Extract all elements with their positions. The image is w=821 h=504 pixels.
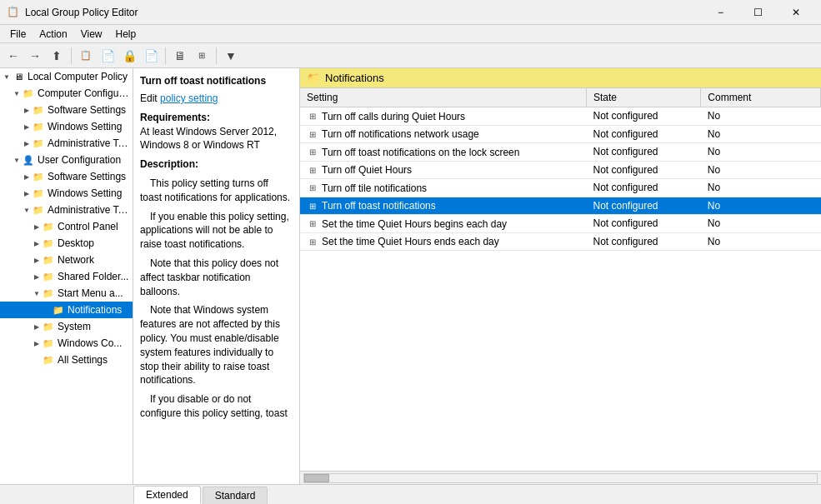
tree-label-computer-config: Computer Configura... (38, 87, 129, 99)
requirements-label: Requirements: At least Windows Server 20… (140, 111, 293, 152)
tree-expander-shared-folders: ▶ (32, 272, 42, 282)
toolbar-forward[interactable]: → (25, 46, 45, 66)
app-icon: 📋 (7, 6, 20, 19)
tree-node-admin-templates-2[interactable]: ▼📁Administrative Te... (0, 202, 133, 218)
tree-node-control-panel[interactable]: ▶📁Control Panel (0, 218, 133, 235)
tree-label-admin-templates-1: Administrative Te... (48, 137, 129, 149)
toolbar-sep-1 (71, 47, 72, 64)
tree-expander-system: ▶ (32, 322, 42, 332)
tree-icon-admin-templates-1: 📁 (32, 137, 45, 150)
table-row[interactable]: ⊞Set the time Quiet Hours begins each da… (300, 215, 821, 233)
title-bar: 📋 Local Group Policy Editor − ☐ ✕ (0, 0, 821, 25)
policy-icon-5: ⊞ (307, 182, 318, 194)
tree-node-windows-components[interactable]: ▶📁Windows Co... (0, 335, 133, 352)
table-row[interactable]: ⊞Turn off notifications network usageNot… (300, 125, 821, 143)
menu-action[interactable]: Action (33, 27, 73, 42)
policy-icon-8: ⊞ (307, 236, 318, 247)
tab-standard[interactable]: Standard (203, 487, 268, 504)
table-row[interactable]: ⊞Turn off toast notifications on the loc… (300, 143, 821, 162)
column-setting[interactable]: Setting (300, 88, 586, 107)
toolbar-filter[interactable]: ▼ (221, 46, 241, 66)
toolbar-customize[interactable]: ⊞ (192, 46, 212, 66)
tree-node-windows-setting-1[interactable]: ▶📁Windows Setting (0, 118, 133, 135)
tree-expander-admin-templates-1: ▶ (22, 138, 32, 148)
tree-node-windows-setting-2[interactable]: ▶📁Windows Setting (0, 185, 133, 202)
tree-node-software-settings-2[interactable]: ▶📁Software Settings (0, 168, 133, 185)
folder-header: 📁 Notifications (300, 68, 821, 88)
desc-text-2: If you enable this policy setting, appli… (140, 210, 293, 252)
menu-view[interactable]: View (74, 27, 109, 42)
table-header-row: Setting State Comment (300, 88, 821, 107)
policy-setting-link[interactable]: policy setting (160, 92, 218, 104)
tree-node-admin-templates-1[interactable]: ▶📁Administrative Te... (0, 135, 133, 152)
title-bar-controls: − ☐ ✕ (702, 0, 814, 25)
tree-label-admin-templates-2: Administrative Te... (48, 204, 129, 216)
toolbar-back[interactable]: ← (3, 46, 23, 66)
tree-node-user-config[interactable]: ▼👤User Configuration (0, 152, 133, 168)
grid-panel: 📁 Notifications Setting State (300, 68, 821, 484)
horizontal-scrollbar[interactable] (300, 471, 821, 484)
close-button[interactable]: ✕ (777, 0, 814, 25)
cell-comment-1: No (701, 107, 821, 126)
tree-expander-notifications (42, 305, 52, 315)
table-row[interactable]: ⊞Turn off Quiet HoursNot configuredNo (300, 161, 821, 179)
tree-icon-network: 📁 (42, 253, 55, 267)
toolbar-views[interactable]: 🖥 (170, 46, 190, 66)
tree-node-notifications[interactable]: 📁Notifications (0, 302, 133, 318)
cell-state-8: Not configured (586, 232, 700, 251)
cell-setting-2: ⊞Turn off notifications network usage (300, 125, 586, 143)
cell-comment-2: No (701, 125, 821, 143)
column-comment[interactable]: Comment (701, 88, 821, 107)
tree-label-start-menu: Start Menu a... (58, 287, 123, 299)
tree-node-desktop[interactable]: ▶📁Desktop (0, 235, 133, 252)
tree-panel: ▼🖥Local Computer Policy▼📁Computer Config… (0, 68, 133, 484)
tree-node-computer-config[interactable]: ▼📁Computer Configura... (0, 85, 133, 102)
cell-setting-1: ⊞Turn off calls during Quiet Hours (300, 107, 586, 126)
toolbar-show-hide[interactable]: 📋 (76, 46, 96, 66)
main-layout: ▼🖥Local Computer Policy▼📁Computer Config… (0, 68, 821, 504)
tree-label-control-panel: Control Panel (58, 221, 118, 232)
cell-comment-7: No (701, 215, 821, 233)
tree-node-shared-folders[interactable]: ▶📁Shared Folder... (0, 268, 133, 285)
tree-label-system: System (58, 321, 91, 332)
tree-node-all-settings[interactable]: 📁All Settings (0, 352, 133, 368)
toolbar-up[interactable]: ⬆ (47, 46, 67, 66)
menu-file[interactable]: File (3, 27, 33, 42)
tab-extended[interactable]: Extended (133, 486, 201, 504)
tree-node-local-computer-policy[interactable]: ▼🖥Local Computer Policy (0, 68, 133, 85)
tree-node-start-menu[interactable]: ▼📁Start Menu a... (0, 285, 133, 302)
toolbar-sep-2 (165, 47, 166, 64)
table-row[interactable]: ⊞Turn off calls during Quiet HoursNot co… (300, 107, 821, 126)
cell-setting-7: ⊞Set the time Quiet Hours begins each da… (300, 215, 586, 233)
policy-icon-6: ⊞ (307, 200, 318, 212)
toolbar-properties[interactable]: 🔒 (119, 46, 139, 66)
policy-icon-7: ⊞ (307, 218, 318, 230)
desc-text-3: Note that this policy does not affect ta… (140, 257, 293, 298)
minimize-button[interactable]: − (702, 0, 739, 25)
table-row[interactable]: ⊞Set the time Quiet Hours ends each dayN… (300, 232, 821, 251)
cell-comment-8: No (701, 232, 821, 251)
menu-help[interactable]: Help (109, 27, 143, 42)
tree-expander-computer-config: ▼ (12, 88, 22, 98)
tree-node-network[interactable]: ▶📁Network (0, 252, 133, 268)
policy-icon-4: ⊞ (307, 164, 318, 176)
tabs-bar: ExtendedStandard (0, 484, 821, 504)
tree-label-network: Network (58, 254, 94, 266)
tree-node-system[interactable]: ▶📁System (0, 318, 133, 335)
cell-state-5: Not configured (586, 179, 700, 197)
tree-icon-software-settings: 📁 (32, 103, 45, 117)
toolbar-help[interactable]: 📄 (141, 46, 161, 66)
tree-expander-control-panel: ▶ (32, 222, 42, 232)
tree-label-software-settings: Software Settings (48, 104, 126, 116)
cell-comment-3: No (701, 143, 821, 162)
table-row[interactable]: ⊞Turn off tile notificationsNot configur… (300, 179, 821, 197)
toolbar-new[interactable]: 📄 (98, 46, 118, 66)
tree-node-software-settings[interactable]: ▶📁Software Settings (0, 102, 133, 118)
tree-label-windows-setting-2: Windows Setting (48, 187, 122, 199)
table-row[interactable]: ⊞Turn off toast notificationsNot configu… (300, 197, 821, 215)
cell-state-3: Not configured (586, 143, 700, 162)
column-state[interactable]: State (586, 88, 700, 107)
tree-label-local-computer-policy: Local Computer Policy (28, 71, 128, 82)
maximize-button[interactable]: ☐ (739, 0, 777, 25)
tree-icon-computer-config: 📁 (22, 87, 35, 100)
